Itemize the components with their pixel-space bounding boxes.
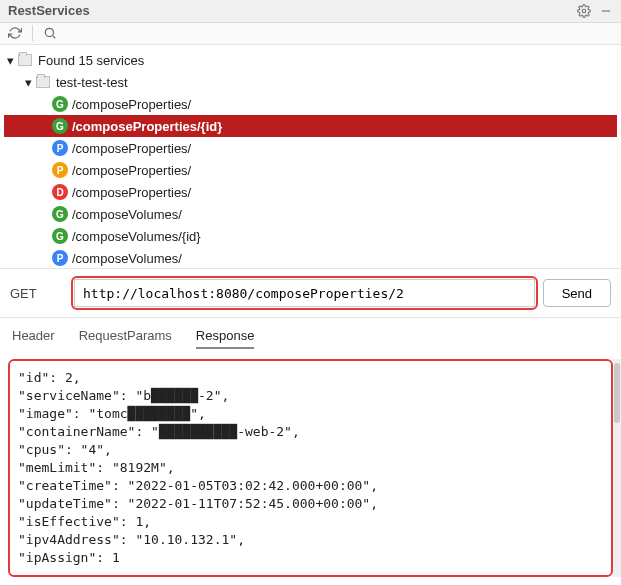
folder-icon: [18, 54, 32, 66]
method-badge: P: [52, 140, 68, 156]
response-tabs: Header RequestParams Response: [0, 318, 621, 359]
divider: [32, 25, 33, 41]
tree-item[interactable]: P/composeVolumes/: [4, 247, 617, 268]
tree-item-label: /composeProperties/: [72, 97, 191, 112]
tree-root-label: Found 15 services: [38, 53, 144, 68]
tree-item-label: /composeProperties/: [72, 163, 191, 178]
tree-item[interactable]: G/composeVolumes/{id}: [4, 225, 617, 247]
tab-header[interactable]: Header: [12, 328, 55, 349]
toolbar: [0, 23, 621, 46]
response-body: "id": 2, "serviceName": "b██████-2", "im…: [8, 359, 613, 577]
tree-item[interactable]: P/composeProperties/: [4, 137, 617, 159]
folder-icon: [36, 76, 50, 88]
tree-item-label: /composeVolumes/: [72, 251, 182, 266]
window-title: RestServices: [8, 3, 569, 18]
tree-item-label: /composeProperties/: [72, 185, 191, 200]
svg-line-3: [53, 36, 56, 39]
titlebar: RestServices: [0, 0, 621, 23]
refresh-icon[interactable]: [8, 26, 22, 40]
tab-response[interactable]: Response: [196, 328, 255, 349]
method-badge: P: [52, 250, 68, 266]
method-badge: G: [52, 206, 68, 222]
tree-item-label: /composeProperties/{id}: [72, 119, 222, 134]
tree-item-label: /composeVolumes/{id}: [72, 229, 201, 244]
svg-point-0: [582, 9, 586, 13]
http-method[interactable]: GET: [10, 286, 66, 301]
method-badge: D: [52, 184, 68, 200]
tab-request-params[interactable]: RequestParams: [79, 328, 172, 349]
request-row: GET Send: [0, 268, 621, 318]
tree-item[interactable]: D/composeProperties/: [4, 181, 617, 203]
tree-item-label: /composeVolumes/: [72, 207, 182, 222]
tree-project-label: test-test-test: [56, 75, 128, 90]
chevron-down-icon[interactable]: ▾: [22, 75, 34, 90]
chevron-down-icon[interactable]: ▾: [4, 53, 16, 68]
send-button[interactable]: Send: [543, 279, 611, 307]
tree-item-label: /composeProperties/: [72, 141, 191, 156]
method-badge: G: [52, 228, 68, 244]
method-badge: P: [52, 162, 68, 178]
response-area: "id": 2, "serviceName": "b██████-2", "im…: [8, 359, 613, 577]
tree-item[interactable]: G/composeProperties/{id}: [4, 115, 617, 137]
minimize-icon[interactable]: [599, 4, 613, 18]
url-input[interactable]: [74, 279, 535, 307]
search-icon[interactable]: [43, 26, 57, 40]
tree-item[interactable]: G/composeVolumes/: [4, 203, 617, 225]
scrollbar[interactable]: [613, 359, 621, 577]
method-badge: G: [52, 118, 68, 134]
tree-root[interactable]: ▾ Found 15 services: [4, 49, 617, 71]
service-tree: ▾ Found 15 services ▾ test-test-test G/c…: [0, 45, 621, 268]
method-badge: G: [52, 96, 68, 112]
gear-icon[interactable]: [577, 4, 591, 18]
svg-point-2: [45, 29, 53, 37]
tree-item[interactable]: P/composeProperties/: [4, 159, 617, 181]
tree-item[interactable]: G/composeProperties/: [4, 93, 617, 115]
tree-project[interactable]: ▾ test-test-test: [4, 71, 617, 93]
scrollbar-thumb[interactable]: [614, 363, 620, 423]
